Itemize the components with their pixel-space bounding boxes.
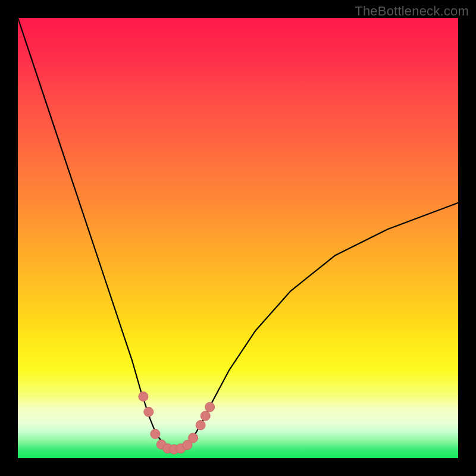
curve-marker (205, 402, 215, 412)
plot-area (18, 18, 458, 458)
marker-group (139, 392, 215, 454)
curve-marker (189, 433, 198, 443)
curve-marker (201, 411, 210, 421)
curve-marker (144, 407, 154, 416)
bottleneck-curve (18, 18, 458, 449)
curve-layer (18, 18, 458, 458)
watermark-text: TheBottleneck.com (355, 4, 469, 19)
curve-marker (139, 392, 148, 401)
curve-marker (151, 429, 160, 439)
curve-marker (196, 421, 205, 430)
chart-frame: TheBottleneck.com (0, 0, 476, 476)
